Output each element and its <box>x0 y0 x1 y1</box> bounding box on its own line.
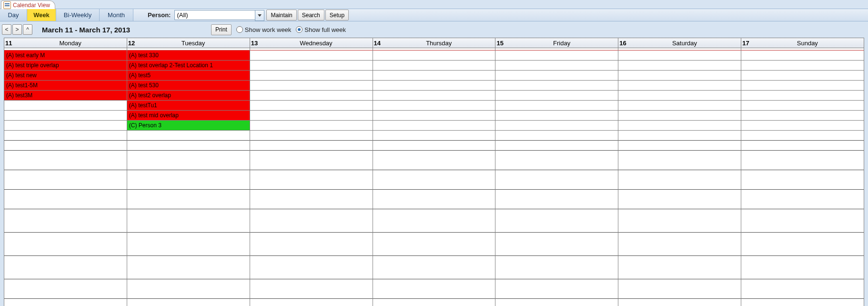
time-slot[interactable] <box>373 71 495 81</box>
time-slot[interactable] <box>373 151 495 170</box>
time-slot[interactable] <box>741 299 864 306</box>
time-slot[interactable] <box>4 256 127 279</box>
time-slot[interactable] <box>618 51 741 61</box>
time-slot[interactable] <box>741 71 864 81</box>
time-slot[interactable] <box>4 141 127 151</box>
time-slot[interactable] <box>741 131 864 141</box>
time-slot[interactable] <box>495 256 618 279</box>
time-slot[interactable] <box>373 111 495 121</box>
time-slot[interactable] <box>250 256 373 279</box>
time-slot[interactable] <box>618 141 741 151</box>
calendar-event[interactable]: (A) test3M <box>4 91 127 101</box>
time-slot[interactable] <box>495 61 618 71</box>
time-slot[interactable] <box>373 279 495 299</box>
time-slot[interactable] <box>250 141 373 151</box>
time-slot[interactable] <box>741 233 864 256</box>
view-tab-month[interactable]: Month <box>100 9 133 21</box>
time-slot[interactable] <box>250 121 373 131</box>
time-slot[interactable] <box>373 131 495 141</box>
time-slot[interactable] <box>373 190 495 209</box>
time-slot[interactable] <box>250 151 373 170</box>
person-input[interactable] <box>174 10 255 20</box>
time-slot[interactable] <box>373 170 495 190</box>
calendar-event[interactable]: (A) test triple overlap <box>4 61 127 71</box>
time-slot[interactable] <box>741 61 864 71</box>
time-slot[interactable] <box>741 111 864 121</box>
view-tab-biweekly[interactable]: Bi-Weekly <box>56 9 100 21</box>
day-header[interactable]: 13Wednesday <box>250 38 373 48</box>
time-slot[interactable] <box>373 61 495 71</box>
time-slot[interactable] <box>618 121 741 131</box>
time-slot[interactable] <box>250 61 373 71</box>
time-slot[interactable] <box>127 170 250 190</box>
time-slot[interactable] <box>741 151 864 170</box>
time-slot[interactable] <box>373 81 495 91</box>
time-slot[interactable] <box>495 111 618 121</box>
radio-work-week[interactable]: Show work week <box>236 26 292 33</box>
time-slot[interactable] <box>127 279 250 299</box>
time-slot[interactable] <box>127 190 250 209</box>
time-slot[interactable] <box>495 121 618 131</box>
time-slot[interactable] <box>495 151 618 170</box>
setup-button[interactable]: Setup <box>325 10 349 20</box>
time-slot[interactable] <box>373 101 495 111</box>
time-slot[interactable] <box>741 121 864 131</box>
time-slot[interactable] <box>4 170 127 190</box>
time-slot[interactable] <box>127 299 250 306</box>
time-slot[interactable] <box>495 51 618 61</box>
time-slot[interactable] <box>618 151 741 170</box>
day-header[interactable]: 12Tuesday <box>127 38 250 48</box>
search-button[interactable]: Search <box>298 10 324 20</box>
time-slot[interactable] <box>618 279 741 299</box>
time-slot[interactable] <box>495 190 618 209</box>
time-slot[interactable] <box>618 299 741 306</box>
time-slot[interactable] <box>495 233 618 256</box>
time-slot[interactable] <box>373 209 495 233</box>
time-slot[interactable] <box>618 81 741 91</box>
form-tab-calendar-view[interactable]: Calendar View <box>1 0 55 9</box>
calendar-event[interactable]: (A) testTu1 <box>127 101 250 111</box>
time-slot[interactable] <box>741 170 864 190</box>
time-slot[interactable] <box>618 131 741 141</box>
time-slot[interactable] <box>741 279 864 299</box>
day-header[interactable]: 14Thursday <box>373 38 495 48</box>
calendar-event[interactable]: (A) test5 <box>127 71 250 81</box>
prev-button[interactable]: < <box>2 24 11 35</box>
time-slot[interactable] <box>250 71 373 81</box>
view-tab-day[interactable]: Day <box>0 9 27 21</box>
next-button[interactable]: > <box>12 24 22 35</box>
up-button[interactable]: ^ <box>23 24 32 35</box>
time-slot[interactable] <box>250 233 373 256</box>
time-slot[interactable] <box>127 233 250 256</box>
time-slot[interactable] <box>495 91 618 101</box>
time-slot[interactable] <box>4 233 127 256</box>
time-slot[interactable] <box>741 256 864 279</box>
time-slot[interactable] <box>250 51 373 61</box>
time-slot[interactable] <box>4 111 127 121</box>
time-slot[interactable] <box>741 81 864 91</box>
time-slot[interactable] <box>250 170 373 190</box>
time-slot[interactable] <box>741 209 864 233</box>
time-slot[interactable] <box>250 91 373 101</box>
time-slot[interactable] <box>127 131 250 141</box>
time-slot[interactable] <box>495 81 618 91</box>
day-header[interactable]: 11Monday <box>4 38 127 48</box>
time-slot[interactable] <box>618 61 741 71</box>
calendar-event[interactable]: (A) test early M <box>4 51 127 61</box>
time-slot[interactable] <box>127 209 250 233</box>
time-slot[interactable] <box>4 101 127 111</box>
time-slot[interactable] <box>373 51 495 61</box>
maintain-button[interactable]: Maintain <box>266 10 296 20</box>
time-slot[interactable] <box>250 111 373 121</box>
time-slot[interactable] <box>250 299 373 306</box>
calendar-event[interactable]: (A) test1-5M <box>4 81 127 91</box>
time-slot[interactable] <box>373 256 495 279</box>
time-slot[interactable] <box>495 131 618 141</box>
time-slot[interactable] <box>127 151 250 170</box>
time-slot[interactable] <box>495 209 618 233</box>
time-slot[interactable] <box>4 121 127 131</box>
time-slot[interactable] <box>618 170 741 190</box>
time-slot[interactable] <box>495 141 618 151</box>
radio-full-week[interactable]: Show full week <box>296 26 346 33</box>
time-slot[interactable] <box>127 256 250 279</box>
